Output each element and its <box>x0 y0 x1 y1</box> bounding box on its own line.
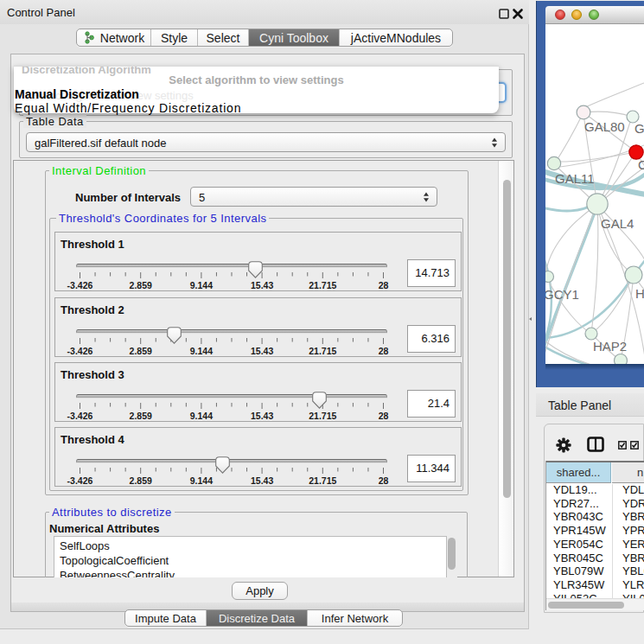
svg-text:GAL80: GAL80 <box>584 119 625 134</box>
svg-text:GAL4: GAL4 <box>601 216 634 231</box>
svg-text:GAL11: GAL11 <box>555 171 595 186</box>
svg-text:GA: GA <box>634 121 644 136</box>
svg-text:C: C <box>638 157 644 172</box>
svg-text:H: H <box>635 286 644 301</box>
svg-text:GCY1: GCY1 <box>545 287 579 302</box>
svg-text:HAP2: HAP2 <box>593 339 627 354</box>
